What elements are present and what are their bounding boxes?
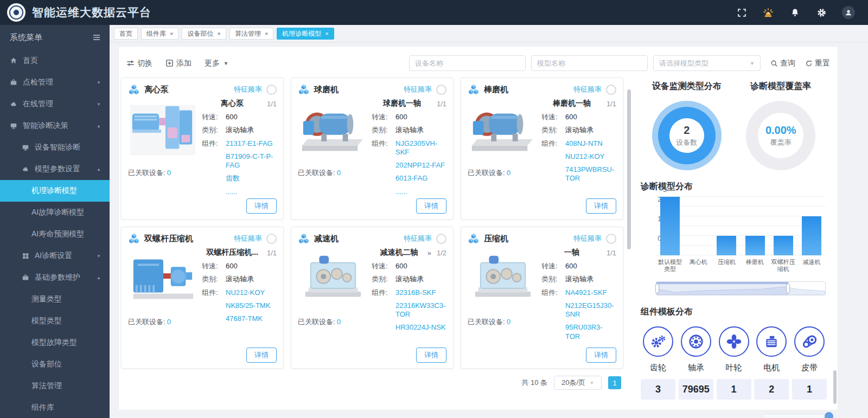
tab-device-part[interactable]: 设备部位× xyxy=(182,28,226,40)
datazoom-right-handle[interactable] xyxy=(786,284,790,293)
detail-button[interactable]: 详情 xyxy=(246,348,277,363)
feature-frequency-label[interactable]: 特征频率 xyxy=(573,234,602,243)
sidebar-item-mechanism-model[interactable]: 机理诊断模型 xyxy=(0,180,110,202)
sidebar-item-ai-fault-model[interactable]: AI故障诊断模型 xyxy=(0,202,110,223)
component-link[interactable]: 7413PWBRSU-TOR xyxy=(565,165,616,183)
linked-devices-count[interactable]: 0 xyxy=(507,318,510,326)
close-icon[interactable]: × xyxy=(325,31,328,37)
datazoom-left-handle[interactable] xyxy=(655,284,659,293)
feature-frequency-label[interactable]: 特征频率 xyxy=(234,234,262,243)
component-link[interactable]: 22316KW33C3-TOR xyxy=(395,301,446,319)
sidebar-item-device-smart-diagnosis[interactable]: 设备智能诊断 xyxy=(0,137,110,158)
alarm-icon[interactable] xyxy=(762,7,774,18)
floating-assistant-icon[interactable] xyxy=(825,412,833,418)
add-button[interactable]: 添加 xyxy=(165,59,192,68)
linked-devices-count[interactable]: 0 xyxy=(337,318,341,326)
feature-freq-radio[interactable] xyxy=(606,85,616,95)
component-link[interactable]: HR30224J-NSK xyxy=(395,323,446,332)
close-icon[interactable]: × xyxy=(170,31,173,37)
component-link[interactable]: ...... xyxy=(226,188,238,196)
component-link[interactable]: NU212-KOY xyxy=(226,288,265,297)
component-link[interactable]: NJG2305VH-SKF xyxy=(395,139,446,157)
more-button[interactable]: 更多 ▼ xyxy=(205,59,228,68)
sidebar-item-inspection-mgmt[interactable]: 点检管理▼ xyxy=(0,72,110,93)
page-button-1[interactable]: 1 xyxy=(608,376,621,389)
sidebar-item-ai-diagnosis-settings[interactable]: AI诊断设置▼ xyxy=(0,245,110,267)
sidebar-item-measure-type[interactable]: 测量类型 xyxy=(0,288,110,310)
sidebar-collapse-icon[interactable] xyxy=(92,33,101,42)
linked-devices-count[interactable]: 0 xyxy=(337,169,341,177)
sidebar-item-intelligent-diagnosis[interactable]: 智能诊断决策▲ xyxy=(0,115,110,137)
component-link[interactable]: NA4921-SKF xyxy=(565,288,607,297)
close-icon[interactable]: × xyxy=(265,31,268,37)
feature-frequency-label[interactable]: 特征频率 xyxy=(404,234,432,243)
feature-frequency-label[interactable]: 特征频率 xyxy=(404,85,432,94)
feature-freq-radio[interactable] xyxy=(436,85,446,95)
fullscreen-icon[interactable] xyxy=(736,7,748,18)
component-link[interactable]: 47687-TMK xyxy=(226,314,263,323)
component-link[interactable]: ...... xyxy=(395,188,407,196)
model-type-select[interactable]: 请选择模型类型 ▼ xyxy=(653,55,761,71)
feature-freq-radio[interactable] xyxy=(436,234,446,244)
search-button[interactable]: 查询 xyxy=(770,59,795,68)
component-link[interactable]: 21317-E1-FAG xyxy=(226,139,273,148)
page-size-select[interactable]: 20条/页 ▼ xyxy=(554,376,602,390)
sidebar-item-device-part[interactable]: 设备部位 xyxy=(0,353,110,375)
component-link[interactable]: 32316B-SKF xyxy=(395,288,436,297)
next-page-icon[interactable]: » xyxy=(427,249,431,257)
sidebar-item-algorithm-mgmt[interactable]: 算法管理 xyxy=(0,375,110,397)
detail-button[interactable]: 详情 xyxy=(416,198,446,214)
floating-widget[interactable] xyxy=(762,414,830,418)
feature-freq-radio[interactable] xyxy=(266,234,277,244)
bars xyxy=(656,197,826,255)
tab-home[interactable]: 首页 xyxy=(114,28,138,40)
detail-button[interactable]: 详情 xyxy=(246,198,277,214)
sidebar-item-label: 机理诊断模型 xyxy=(31,186,77,196)
model-name-input[interactable] xyxy=(531,55,648,71)
tab-component-lib[interactable]: 组件库× xyxy=(141,28,178,40)
bell-icon[interactable] xyxy=(789,7,801,18)
sidebar-item-ai-life-model[interactable]: AI寿命预测模型 xyxy=(0,223,110,245)
feature-freq-radio[interactable] xyxy=(266,85,277,95)
chevron-down-icon: ▼ xyxy=(97,80,101,85)
component-link[interactable]: B71909-C-T-P-FAG xyxy=(226,152,277,170)
chart-datazoom-slider[interactable] xyxy=(656,281,826,295)
category-label: 类别: xyxy=(372,126,395,134)
tab-mechanism-model[interactable]: 机理诊断模型× xyxy=(277,28,334,40)
sidebar-item-model-fault-type[interactable]: 模型故障类型 xyxy=(0,332,110,353)
component-link[interactable]: NK85/25-TMK xyxy=(226,301,270,310)
sidebar-item-model-param-settings[interactable]: 模型参数设置▲ xyxy=(0,158,110,180)
device-name-input[interactable] xyxy=(409,55,526,71)
component-link[interactable]: 202NPP12-FAF xyxy=(395,161,445,170)
sidebar-item-home[interactable]: 首页 xyxy=(0,50,110,72)
feature-freq-radio[interactable] xyxy=(606,234,616,244)
linked-devices-count[interactable]: 0 xyxy=(167,318,171,326)
switch-button[interactable]: 切换 xyxy=(126,59,152,68)
component-link[interactable]: N212EG15J30-SNR xyxy=(565,301,616,319)
detail-button[interactable]: 详情 xyxy=(586,348,616,363)
component-link[interactable]: 408NJ-NTN xyxy=(565,139,603,148)
reset-button[interactable]: 重置 xyxy=(805,59,830,68)
close-icon[interactable]: × xyxy=(217,31,220,37)
feature-frequency-label[interactable]: 特征频率 xyxy=(234,85,262,94)
component-label: 组件: xyxy=(202,139,226,148)
card-title: 压缩机 xyxy=(484,234,508,244)
scrollbar-thumb[interactable] xyxy=(627,89,631,249)
feature-frequency-label[interactable]: 特征频率 xyxy=(573,85,602,94)
detail-button[interactable]: 详情 xyxy=(586,198,616,214)
component-link[interactable]: 齿数 xyxy=(226,174,240,183)
tab-algorithm[interactable]: 算法管理× xyxy=(229,28,273,40)
detail-button[interactable]: 详情 xyxy=(416,348,446,363)
sidebar-item-model-type[interactable]: 模型类型 xyxy=(0,310,110,332)
linked-devices-count[interactable]: 0 xyxy=(507,169,510,177)
gear-icon[interactable] xyxy=(815,7,827,18)
linked-devices-count[interactable]: 0 xyxy=(167,169,171,177)
stats-scrollbar-thumb[interactable] xyxy=(833,370,837,404)
component-link[interactable]: 6013-FAG xyxy=(395,174,427,183)
sidebar-item-online-mgmt[interactable]: 在线管理▼ xyxy=(0,93,110,115)
user-avatar[interactable] xyxy=(842,6,855,19)
sidebar-item-component-lib[interactable]: 组件库 xyxy=(0,397,110,418)
sidebar-item-basic-param-maintenance[interactable]: 基础参数维护▲ xyxy=(0,267,110,288)
component-link[interactable]: 95RU03R3-TOR xyxy=(565,323,616,341)
component-link[interactable]: NU212-KOY xyxy=(565,152,604,161)
